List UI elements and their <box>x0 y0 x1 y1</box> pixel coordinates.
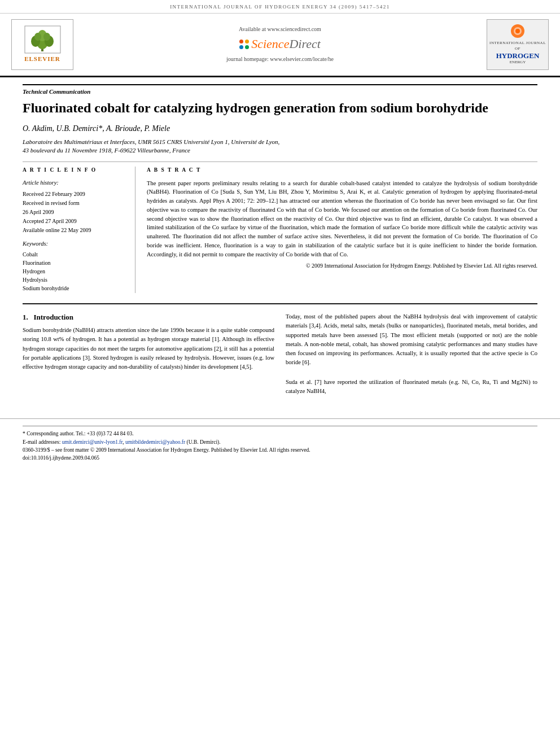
doi-line: doi:10.1016/j.ijhydene.2009.04.065 <box>23 454 537 462</box>
keywords-section: Keywords: Cobalt Fluorination Hydrogen H… <box>23 240 127 292</box>
journal-logo-title: International Journal of <box>489 41 546 52</box>
article-title: Fluorinated cobalt for catalyzing hydrog… <box>23 99 537 116</box>
elsevier-tree-icon <box>24 25 61 54</box>
journal-header-text: INTERNATIONAL JOURNAL OF HYDROGEN ENERGY… <box>170 4 390 10</box>
intro-col-right: Today, most of the published papers abou… <box>286 312 537 396</box>
email-link-1[interactable]: umit.demirci@univ-lyon1.fr <box>62 439 123 445</box>
intro-title: Introduction <box>34 313 74 321</box>
history-item-1: Received in revised form <box>23 199 127 207</box>
section-divider <box>23 303 537 304</box>
elsevier-logo-box: ELSEVIER <box>11 19 73 70</box>
available-text: Available at www.sciencedirect.com <box>239 25 321 33</box>
journal-homepage-text: journal homepage: www.elsevier.com/locat… <box>226 55 334 63</box>
journal-logo-sub: ENERGY <box>489 60 546 65</box>
intro-col-left: 1. Introduction Sodium borohydride (NaBH… <box>23 312 274 396</box>
journal-header-bar: INTERNATIONAL JOURNAL OF HYDROGEN ENERGY… <box>0 0 560 14</box>
abstract-title: A B S T R A C T <box>147 167 537 174</box>
article-info-col: A R T I C L E I N F O Article history: R… <box>23 167 135 293</box>
keyword-4: Sodium borohydride <box>23 285 127 292</box>
article-info-title: A R T I C L E I N F O <box>23 167 127 174</box>
sd-dots-icon <box>239 40 249 49</box>
intro-heading: 1. Introduction <box>23 312 274 322</box>
svg-point-5 <box>34 33 41 41</box>
abstract-text: The present paper reports preliminary re… <box>147 179 537 259</box>
history-item-2: 26 April 2009 <box>23 208 127 216</box>
keyword-1: Fluorination <box>23 259 127 267</box>
svg-point-10 <box>515 29 520 33</box>
copyright-line: © 2009 International Association for Hyd… <box>147 262 537 270</box>
intro-number: 1. <box>23 313 28 321</box>
journal-logo-box: International Journal of HYDROGEN ENERGY <box>487 19 549 70</box>
keywords-label: Keywords: <box>23 240 127 248</box>
history-item-0: Received 22 February 2009 <box>23 190 127 198</box>
history-item-3: Accepted 27 April 2009 <box>23 217 127 225</box>
elsevier-label-text: ELSEVIER <box>24 55 60 63</box>
abstract-col: A B S T R A C T The present paper report… <box>147 167 537 293</box>
affiliation-line1: Laboratoire des Multimatériaux et Interf… <box>23 138 279 145</box>
footer-divider <box>23 426 537 426</box>
svg-point-6 <box>43 33 50 41</box>
issn-line: 0360-3199/$ – see front matter © 2009 In… <box>23 446 537 454</box>
main-content: Technical Communication Fluorinated coba… <box>0 77 560 408</box>
section-label: Technical Communication <box>23 84 537 96</box>
intro-col2-para2: Suda et al. [7] have reported the utiliz… <box>286 378 537 396</box>
affiliation-line2: 43 boulevard du 11 Novembre 1918, F-6962… <box>23 147 190 154</box>
authors-line: O. Akdim, U.B. Demirci*, A. Brioude, P. … <box>23 123 537 134</box>
authors-text: O. Akdim, U.B. Demirci*, A. Brioude, P. … <box>23 124 170 133</box>
banner-row: ELSEVIER Available at www.sciencedirect.… <box>0 14 560 77</box>
keyword-0: Cobalt <box>23 251 127 259</box>
article-info-abstract: A R T I C L E I N F O Article history: R… <box>23 161 537 293</box>
footer-area: * Corresponding author. Tel.: +33 (0)3 7… <box>0 418 560 462</box>
keyword-3: Hydrolysis <box>23 276 127 284</box>
email-link-2[interactable]: umitbildedemirci@yahoo.fr <box>125 439 185 445</box>
intro-col1-text: Sodium borohydride (NaBH4) attracts atte… <box>23 326 274 372</box>
journal-logo-icon <box>506 23 529 39</box>
affiliation: Laboratoire des Multimatériaux et Interf… <box>23 138 537 155</box>
corresponding-author-note: * Corresponding author. Tel.: +33 (0)3 7… <box>23 430 537 438</box>
journal-logo-big: HYDROGEN <box>489 52 546 60</box>
history-item-4: Available online 22 May 2009 <box>23 226 127 234</box>
history-label: Article history: <box>23 179 127 187</box>
intro-col2-text: Today, most of the published papers abou… <box>286 312 537 368</box>
email-footnote: E-mail addresses: umit.demirci@univ-lyon… <box>23 438 537 446</box>
page: INTERNATIONAL JOURNAL OF HYDROGEN ENERGY… <box>0 0 560 747</box>
sciencedirect-text: ScienceDirect <box>251 36 321 53</box>
introduction-section: 1. Introduction Sodium borohydride (NaBH… <box>23 312 537 396</box>
keyword-2: Hydrogen <box>23 268 127 276</box>
sciencedirect-center: Available at www.sciencedirect.com Scien… <box>79 25 481 63</box>
sciencedirect-logo: ScienceDirect <box>239 36 321 53</box>
